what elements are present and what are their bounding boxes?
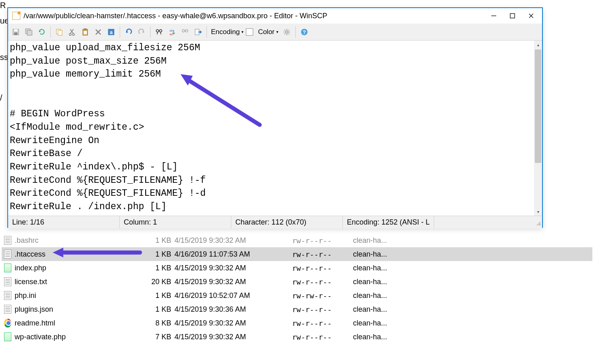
file-icon <box>2 250 14 259</box>
svg-line-41 <box>284 34 285 34</box>
file-date: 4/15/2019 9:30:32 AM <box>174 236 292 245</box>
goto-icon[interactable] <box>192 26 204 38</box>
svg-rect-1 <box>510 14 515 18</box>
window-title: /var/www/public/clean-hamster/.htaccess … <box>24 12 484 20</box>
close-button[interactable] <box>522 9 540 22</box>
file-size: 7 KB <box>144 333 174 341</box>
file-date: 4/15/2019 9:30:32 AM <box>174 264 292 272</box>
file-owner: clean-ha... <box>353 264 414 272</box>
svg-line-39 <box>288 34 289 34</box>
bg-char: ss <box>0 53 8 62</box>
svg-point-30 <box>185 30 188 32</box>
file-owner: clean-ha... <box>353 278 414 286</box>
save-icon[interactable] <box>10 26 22 38</box>
file-size: 1 KB <box>144 250 174 259</box>
resize-grip[interactable] <box>536 221 540 225</box>
encoding-dropdown[interactable]: Encoding▾ <box>209 28 245 36</box>
file-row[interactable]: license.txt20 KB4/15/2019 9:30:32 AMrw-r… <box>2 275 592 289</box>
file-size: 1 KB <box>144 236 174 245</box>
file-row[interactable]: php.ini1 KB4/16/2019 10:52:07 AMrw-rw-r-… <box>2 289 592 302</box>
svg-line-26 <box>160 32 161 34</box>
select-all-icon[interactable]: a <box>105 26 117 38</box>
file-name: php.ini <box>14 291 144 300</box>
delete-icon[interactable] <box>92 26 104 38</box>
find-next-icon[interactable] <box>179 26 191 38</box>
file-size: 1 KB <box>144 305 174 314</box>
svg-rect-10 <box>58 30 62 35</box>
save-all-icon[interactable] <box>23 26 35 38</box>
svg-line-40 <box>288 30 289 30</box>
file-name: plugins.json <box>14 305 144 314</box>
color-dropdown[interactable]: Color▾ <box>256 28 280 36</box>
file-date: 4/15/2019 9:30:32 AM <box>174 278 292 286</box>
editor-app-icon <box>12 12 20 20</box>
file-date: 4/16/2019 11:07:53 AM <box>174 250 292 259</box>
color-swatch[interactable] <box>246 28 253 36</box>
file-owner: clean-ha... <box>353 305 414 314</box>
file-name: index.php <box>14 264 144 272</box>
status-character: Character: 112 (0x70) <box>231 216 343 229</box>
scroll-thumb[interactable] <box>535 49 541 163</box>
editor-content[interactable]: php_value upload_max_filesize 256M php_v… <box>8 41 542 214</box>
file-name: readme.html <box>14 319 144 328</box>
minimize-button[interactable] <box>484 9 503 22</box>
file-owner: clean-ha... <box>353 333 414 341</box>
file-list: .bashrc1 KB4/15/2019 9:30:32 AMrw-r--r--… <box>2 233 592 344</box>
file-icon <box>2 291 14 300</box>
file-permissions: rw-r--r-- <box>292 333 353 341</box>
vertical-scrollbar[interactable]: ▴ ▾ <box>534 41 542 216</box>
copy-icon[interactable] <box>53 26 65 38</box>
replace-icon[interactable]: abac <box>166 26 178 38</box>
file-row[interactable]: .htaccess1 KB4/16/2019 11:07:53 AMrw-r--… <box>2 247 592 261</box>
svg-rect-8 <box>27 30 32 35</box>
file-row[interactable]: plugins.json1 KB4/15/2019 9:30:36 AMrw-r… <box>2 302 592 316</box>
editor-body[interactable]: php_value upload_max_filesize 256M php_v… <box>8 41 542 216</box>
file-owner: clean-ha... <box>353 319 414 328</box>
bg-char: R <box>0 1 6 10</box>
file-permissions: rw-r--r-- <box>292 236 353 245</box>
bg-char: / <box>0 93 2 103</box>
cut-icon[interactable] <box>66 26 78 38</box>
file-row[interactable]: index.php1 KB4/15/2019 9:30:32 AMrw-r--r… <box>2 261 592 275</box>
file-owner: clean-ha... <box>353 250 414 259</box>
scroll-down-icon[interactable]: ▾ <box>534 208 542 216</box>
help-icon[interactable]: ? <box>298 26 310 38</box>
status-encoding: Encoding: 1252 (ANSI - L <box>343 216 434 229</box>
settings-icon[interactable] <box>281 26 293 38</box>
file-name: wp-activate.php <box>14 333 144 341</box>
svg-text:a: a <box>110 30 113 35</box>
svg-point-13 <box>69 33 71 35</box>
file-permissions: rw-r--r-- <box>292 278 353 286</box>
titlebar[interactable]: /var/www/public/clean-hamster/.htaccess … <box>8 8 542 24</box>
svg-point-33 <box>286 31 288 33</box>
file-permissions: rw-rw-r-- <box>292 291 353 300</box>
svg-point-29 <box>182 30 185 32</box>
file-size: 8 KB <box>144 319 174 328</box>
file-row[interactable]: .bashrc1 KB4/15/2019 9:30:32 AMrw-r--r--… <box>2 233 592 247</box>
undo-icon[interactable] <box>123 26 135 38</box>
svg-point-22 <box>156 30 159 32</box>
file-row[interactable]: readme.html8 KB4/15/2019 9:30:32 AMrw-r-… <box>2 316 592 330</box>
file-date: 4/15/2019 9:30:32 AM <box>174 319 292 328</box>
svg-rect-6 <box>14 32 17 35</box>
file-permissions: rw-r--r-- <box>292 305 353 314</box>
statusbar: Line: 1/16 Column: 1 Character: 112 (0x7… <box>8 216 542 229</box>
find-icon[interactable] <box>153 26 165 38</box>
paste-icon[interactable] <box>79 26 91 38</box>
file-size: 1 KB <box>144 264 174 272</box>
file-date: 4/16/2019 10:52:07 AM <box>174 291 292 300</box>
file-size: 20 KB <box>144 278 174 286</box>
file-name: .bashrc <box>14 236 144 245</box>
svg-line-25 <box>157 32 158 34</box>
reload-icon[interactable] <box>36 26 48 38</box>
svg-rect-17 <box>84 31 87 34</box>
file-permissions: rw-r--r-- <box>292 250 353 259</box>
file-icon <box>2 277 14 286</box>
redo-icon[interactable] <box>136 26 148 38</box>
maximize-button[interactable] <box>503 9 522 22</box>
file-row[interactable]: wp-activate.php7 KB4/15/2019 9:30:32 AMr… <box>2 330 592 344</box>
file-date: 4/15/2019 9:30:36 AM <box>174 305 292 314</box>
file-icon <box>2 263 14 272</box>
svg-rect-5 <box>14 29 17 31</box>
scroll-up-icon[interactable]: ▴ <box>534 41 542 49</box>
